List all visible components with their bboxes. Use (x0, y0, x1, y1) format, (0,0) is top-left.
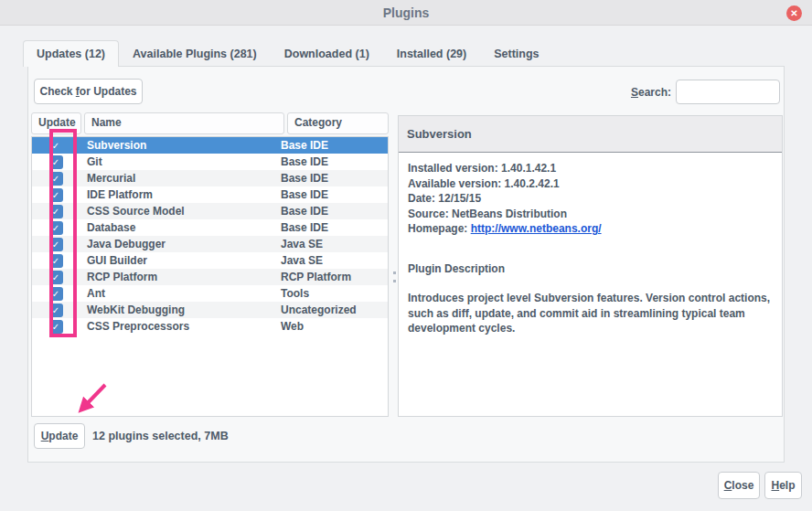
table-header: Update Name Category (31, 112, 391, 134)
search-input[interactable] (676, 80, 780, 104)
plugin-category: Base IDE (281, 221, 328, 234)
plugin-name: IDE Platform (80, 188, 281, 201)
column-header[interactable]: Update (31, 112, 81, 134)
update-checkbox-icon[interactable]: ✓ (49, 271, 63, 284)
tab[interactable]: Updates (12) (23, 40, 119, 67)
window-close-icon[interactable]: ✕ (786, 5, 802, 21)
plugin-name: Mercurial (80, 172, 281, 185)
table-row[interactable]: ✓ Subversion Base IDE (32, 137, 388, 154)
tab-label: Installed (29) (397, 48, 466, 60)
plugin-name: Git (80, 155, 281, 168)
table-row[interactable]: ✓ IDE Platform Base IDE (32, 186, 388, 203)
plugin-category: Base IDE (281, 155, 328, 168)
splitter-handle[interactable] (390, 136, 398, 417)
plugins-table: ✓ Subversion Base IDE ✓ Git Base IDE ✓ M… (31, 136, 389, 417)
plugin-name: Subversion (80, 139, 281, 152)
plugin-description-text: Introduces project level Subversion feat… (408, 291, 785, 336)
tab-label: Downloaded (1) (284, 48, 369, 60)
homepage-row: Homepage: http://www.netbeans.org/ (408, 221, 773, 237)
search-label: Search: (631, 86, 671, 99)
table-row[interactable]: ✓ GUI Builder Java SE (32, 252, 388, 269)
plugin-name: Database (80, 221, 281, 234)
tab[interactable]: Available Plugins (281) (119, 40, 271, 67)
plugin-category: Java SE (281, 238, 323, 250)
plugin-category: Base IDE (281, 205, 328, 218)
plugin-description-title: Plugin Description (408, 261, 773, 277)
check-for-updates-button[interactable]: Check for Updates (34, 79, 143, 104)
plugins-dialog: Plugins ✕ Updates (12) Available Plugins… (0, 0, 812, 511)
update-checkbox-icon[interactable]: ✓ (49, 205, 63, 218)
table-row[interactable]: ✓ CSS Source Model Base IDE (32, 203, 388, 219)
plugin-category: Base IDE (281, 188, 328, 201)
plugin-name: GUI Builder (80, 254, 281, 267)
plugin-category: Base IDE (281, 139, 328, 152)
table-row[interactable]: ✓ RCP Platform RCP Platform (32, 269, 388, 285)
column-header[interactable]: Name (84, 112, 284, 134)
homepage-label: Homepage: (408, 222, 471, 235)
plugin-name: CSS Preprocessors (80, 320, 281, 333)
column-header[interactable]: Category (287, 112, 389, 134)
table-row[interactable]: ✓ Database Base IDE (32, 219, 388, 236)
plugin-name: RCP Platform (80, 271, 281, 283)
update-checkbox-icon[interactable]: ✓ (49, 172, 63, 186)
selection-status: 12 plugins selected, 7MB (92, 430, 229, 442)
tab-label: Settings (494, 48, 539, 60)
details-field: Source: NetBeans Distribution (408, 207, 773, 222)
plugin-category: Base IDE (281, 172, 328, 185)
search-area: Search: (631, 80, 780, 104)
table-row[interactable]: ✓ Ant Tools (32, 285, 388, 302)
tab-bar: Updates (12) Available Plugins (281) Dow… (23, 40, 553, 67)
title-bar: Plugins ✕ (0, 0, 812, 26)
plugin-name: WebKit Debugging (80, 303, 281, 316)
tab[interactable]: Settings (480, 40, 552, 67)
updates-panel: Check for Updates Search: Update Name Ca… (27, 66, 785, 463)
close-button[interactable]: Close (718, 472, 760, 499)
tab[interactable]: Installed (29) (383, 40, 480, 67)
table-row[interactable]: ✓ Git Base IDE (32, 154, 388, 170)
tab-label: Updates (12) (37, 48, 105, 60)
table-row[interactable]: ✓ Mercurial Base IDE (32, 170, 388, 186)
details-field: Installed version: 1.40.1.42.1 (408, 161, 773, 176)
update-checkbox-icon[interactable]: ✓ (49, 155, 63, 169)
plugin-category: RCP Platform (281, 271, 351, 283)
plugin-name: Ant (80, 287, 281, 300)
plugin-name: CSS Source Model (80, 205, 281, 218)
details-field: Available version: 1.40.2.42.1 (408, 176, 773, 192)
tab-label: Available Plugins (281) (133, 48, 257, 60)
tab[interactable]: Downloaded (1) (271, 40, 383, 67)
table-row[interactable]: ✓ WebKit Debugging Uncategorized (32, 302, 388, 318)
details-title: Subversion (399, 116, 782, 153)
update-checkbox-icon[interactable]: ✓ (49, 303, 63, 317)
update-checkbox-icon[interactable]: ✓ (49, 139, 63, 153)
window-title: Plugins (383, 5, 430, 20)
update-checkbox-icon[interactable]: ✓ (49, 221, 63, 235)
update-button[interactable]: Update (34, 423, 85, 449)
homepage-link[interactable]: http://www.netbeans.org/ (471, 222, 602, 235)
details-fields: Installed version: 1.40.1.42.1 Available… (408, 161, 773, 221)
plugin-category: Uncategorized (281, 303, 357, 316)
update-checkbox-icon[interactable]: ✓ (49, 238, 63, 251)
plugin-name: Java Debugger (80, 238, 281, 250)
table-row[interactable]: ✓ Java Debugger Java SE (32, 236, 388, 252)
update-checkbox-icon[interactable]: ✓ (49, 320, 63, 334)
plugin-details-panel: Subversion Installed version: 1.40.1.42.… (398, 115, 783, 417)
table-row[interactable]: ✓ CSS Preprocessors Web (32, 318, 388, 335)
update-checkbox-icon[interactable]: ✓ (49, 287, 63, 301)
plugin-category: Java SE (281, 254, 323, 267)
plugin-category: Tools (281, 287, 309, 300)
update-checkbox-icon[interactable]: ✓ (49, 254, 63, 268)
plugin-category: Web (281, 320, 304, 333)
help-button[interactable]: Help (764, 472, 802, 499)
details-field: Date: 12/15/15 (408, 191, 773, 207)
update-checkbox-icon[interactable]: ✓ (49, 188, 63, 202)
